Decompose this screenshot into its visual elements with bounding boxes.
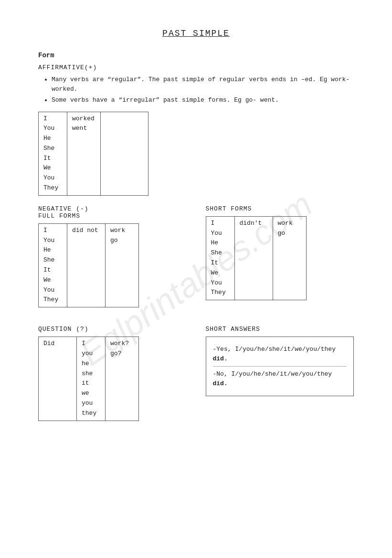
affirmative-table: IYouHeSheItWeYouThey workedwent: [38, 112, 148, 196]
affirmative-pronouns: IYouHeSheItWeYouThey: [39, 112, 67, 195]
short-answers-col: SHORT ANSWERS -Yes, I/you/he/she/it/we/y…: [206, 326, 354, 396]
bullet-1: Many verbs are “regular”. The past simpl…: [52, 75, 354, 94]
question-verbs: work?go?: [106, 337, 139, 421]
negative-short-table: IYouHeSheItWeYouThey didn't workgo: [206, 216, 307, 300]
short-answer-no-text: -No, I/you/he/she/it/we/you/they: [213, 370, 332, 378]
question-pronouns: Iyouhesheitweyouthey: [77, 337, 106, 421]
short-answers-heading: SHORT ANSWERS: [206, 326, 354, 333]
short-answers-box: -Yes, I/you/he/she/it/we/you/they did. -…: [206, 337, 354, 396]
negative-full-col: NEGATIVE (-)FULL FORMS IYouHeSheItWeYouT…: [38, 205, 187, 316]
negative-full-auxiliary: did not: [67, 223, 106, 307]
short-answer-yes: -Yes, I/you/he/she/it/we/you/they did.: [213, 342, 347, 367]
negative-short-heading: SHORT FORMS: [206, 205, 354, 212]
short-answer-no: -No, I/you/he/she/it/we/you/they did.: [213, 367, 347, 391]
bullet-2: Some verbs have a “irregular” past simpl…: [52, 95, 354, 105]
affirmative-heading: AFFIRMATIVE(+): [38, 64, 354, 71]
affirmative-verbs: workedwent: [67, 112, 101, 195]
question-heading: QUESTION (?): [38, 326, 187, 333]
short-answer-yes-text: -Yes, I/you/he/she/it/we/you/they: [213, 346, 336, 353]
short-answer-yes-bold: did.: [213, 355, 228, 362]
affirmative-bullets: Many verbs are “regular”. The past simpl…: [52, 75, 354, 105]
negative-full-table: IYouHeSheItWeYouThey did not workgo: [38, 223, 139, 307]
form-heading: Form: [38, 52, 354, 59]
negative-short-auxiliary: didn't: [234, 216, 273, 300]
negative-full-verbs: workgo: [106, 223, 139, 307]
affirmative-empty: [101, 112, 148, 195]
question-table: Did Iyouhesheitweyouthey work?go?: [38, 337, 139, 421]
negative-full-heading: NEGATIVE (-)FULL FORMS: [38, 205, 187, 220]
question-col: QUESTION (?) Did Iyouhesheitweyouthey wo…: [38, 326, 187, 429]
negative-short-verbs: workgo: [273, 216, 306, 300]
negative-short-pronouns: IYouHeSheItWeYouThey: [206, 216, 234, 300]
negative-full-pronouns: IYouHeSheItWeYouThey: [39, 223, 67, 307]
negative-short-col: SHORT FORMS IYouHeSheItWeYouThey didn't …: [206, 205, 354, 309]
short-answer-no-bold: did.: [213, 380, 228, 387]
page-title: PAST SIMPLE: [38, 29, 354, 38]
question-auxiliary: Did: [39, 337, 77, 421]
